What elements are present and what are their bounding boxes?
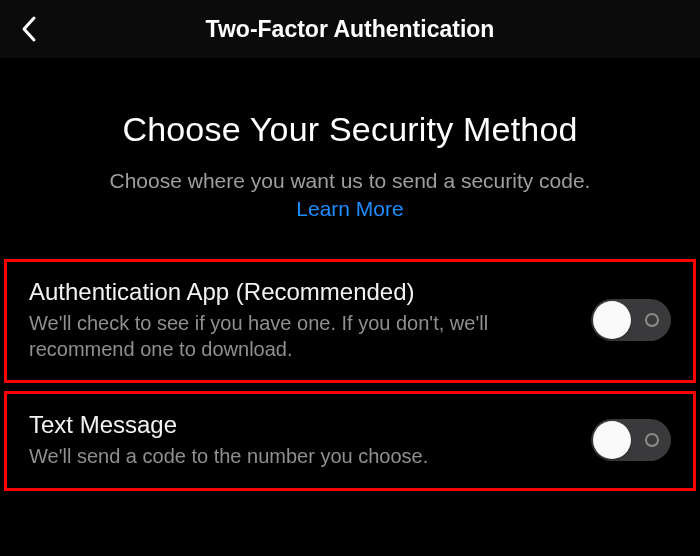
- toggle-off-indicator-icon: [645, 313, 659, 327]
- hero-section: Choose Your Security Method Choose where…: [0, 60, 700, 251]
- options-list: Authentication App (Recommended) We'll c…: [0, 259, 700, 491]
- option-authentication-app[interactable]: Authentication App (Recommended) We'll c…: [4, 259, 696, 383]
- option-text-message[interactable]: Text Message We'll send a code to the nu…: [4, 391, 696, 491]
- option-title: Text Message: [29, 411, 581, 439]
- back-button[interactable]: [0, 0, 60, 59]
- hero-heading: Choose Your Security Method: [40, 110, 660, 149]
- hero-subtext: Choose where you want us to send a secur…: [40, 167, 660, 195]
- page-title: Two-Factor Authentication: [0, 16, 700, 43]
- option-description: We'll check to see if you have one. If y…: [29, 310, 581, 362]
- option-text: Authentication App (Recommended) We'll c…: [29, 278, 591, 362]
- learn-more-link[interactable]: Learn More: [40, 197, 660, 221]
- option-title: Authentication App (Recommended): [29, 278, 581, 306]
- toggle-off-indicator-icon: [645, 433, 659, 447]
- toggle-knob: [593, 301, 631, 339]
- option-description: We'll send a code to the number you choo…: [29, 443, 581, 469]
- chevron-left-icon: [19, 15, 41, 43]
- option-text: Text Message We'll send a code to the nu…: [29, 411, 591, 469]
- toggle-knob: [593, 421, 631, 459]
- toggle-text-message[interactable]: [591, 419, 671, 461]
- navbar: Two-Factor Authentication: [0, 0, 700, 60]
- toggle-authentication-app[interactable]: [591, 299, 671, 341]
